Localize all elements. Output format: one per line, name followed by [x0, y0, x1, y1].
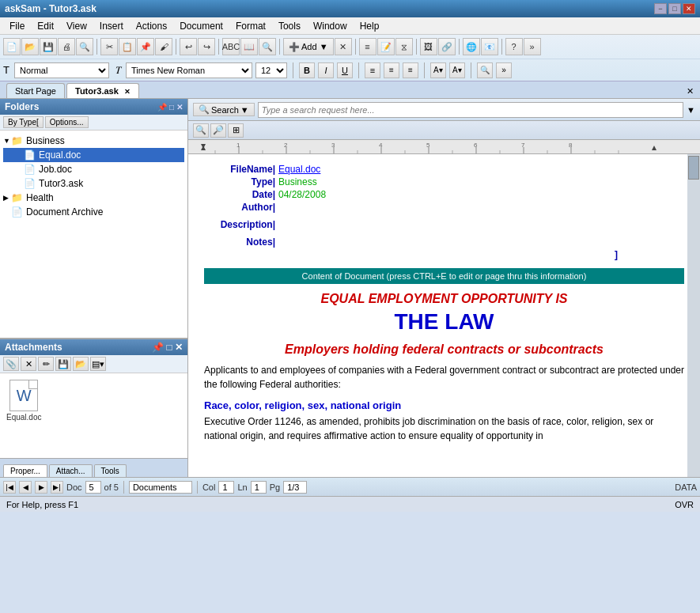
save-button[interactable]: 💾 — [40, 38, 57, 55]
search-button[interactable]: 🔍 Search ▼ — [193, 103, 255, 116]
format-painter[interactable]: 🖌 — [155, 38, 172, 55]
maximize-button[interactable]: □ — [668, 3, 681, 14]
cut-button[interactable]: ✂ — [100, 38, 118, 55]
redo-button[interactable]: ↪ — [198, 38, 215, 55]
menu-file[interactable]: File — [3, 19, 31, 33]
align-left-button[interactable]: ≡ — [365, 62, 380, 78]
template-button[interactable]: 📝 — [377, 38, 395, 55]
find-button[interactable]: 🔍 — [259, 38, 276, 55]
align-center-button[interactable]: ≡ — [384, 62, 399, 78]
attach-open-button[interactable]: 📂 — [73, 357, 89, 371]
nav-play-button[interactable]: ▶ — [35, 481, 47, 494]
search-input[interactable] — [258, 102, 683, 118]
search-next-button[interactable]: 🔎 — [210, 123, 226, 138]
link-button[interactable]: 🔗 — [438, 38, 456, 55]
folder-health[interactable]: ▶ 📁 Health — [3, 191, 184, 205]
search-layout-button[interactable]: ⊞ — [228, 123, 244, 138]
font-select[interactable]: Times New Roman — [126, 62, 252, 78]
menu-window[interactable]: Window — [307, 19, 354, 33]
tab-tools[interactable]: Tools — [94, 464, 127, 477]
font-color-button[interactable]: A▾ — [449, 62, 465, 78]
help-button[interactable]: ? — [505, 38, 523, 55]
field-button[interactable]: ≡ — [359, 38, 376, 55]
nav-prev-button[interactable]: ◀ — [19, 481, 32, 494]
folder-business[interactable]: ▼ 📁 Business — [3, 134, 184, 148]
copy-button[interactable]: 📋 — [119, 38, 136, 55]
menu-help[interactable]: Help — [354, 19, 386, 33]
paste-button[interactable]: 📌 — [137, 38, 154, 55]
menu-tools[interactable]: Tools — [272, 19, 307, 33]
col-value-field: 1 — [218, 481, 234, 494]
highlight-color-button[interactable]: A▾ — [430, 62, 446, 78]
italic-button[interactable]: I — [318, 62, 334, 78]
search-prev-button[interactable]: 🔍 — [193, 123, 209, 138]
filename-value[interactable]: Equal.doc — [278, 164, 320, 175]
attach-pin-button[interactable]: 📌 — [152, 342, 164, 353]
attach-delete-button[interactable]: ✕ — [21, 357, 36, 371]
attach-save-button[interactable]: 💾 — [55, 357, 71, 371]
image-button[interactable]: 🖼 — [420, 38, 437, 55]
email-button[interactable]: 📧 — [481, 38, 498, 55]
print-button[interactable]: 🖨 — [58, 38, 75, 55]
add-button[interactable]: ➕ Add ▼ — [283, 38, 334, 55]
tab-start-page[interactable]: Start Page — [6, 83, 65, 98]
print-preview-button[interactable]: 🔍 — [76, 38, 93, 55]
menu-insert[interactable]: Insert — [93, 19, 130, 33]
underline-button[interactable]: U — [337, 62, 353, 78]
menu-format[interactable]: Format — [229, 19, 272, 33]
menu-actions[interactable]: Actions — [130, 19, 173, 33]
minimize-button[interactable]: − — [654, 3, 667, 14]
tab-bar-close-button[interactable]: ✕ — [687, 86, 694, 96]
page-number-field[interactable]: 5 — [85, 481, 101, 494]
folders-pin-button[interactable]: 📌 — [157, 103, 167, 112]
folders-close-button[interactable]: ✕ — [176, 103, 183, 112]
nav-first-button[interactable]: |◀ — [3, 481, 16, 494]
menu-edit[interactable]: Edit — [31, 19, 60, 33]
size-select[interactable]: 12 — [255, 62, 287, 78]
attach-edit-button[interactable]: ✏ — [38, 357, 54, 371]
options-button[interactable]: Options... — [45, 116, 89, 128]
attach-view-button[interactable]: ▤▾ — [90, 357, 106, 371]
tab-attachments[interactable]: Attach... — [49, 464, 93, 477]
thesaurus[interactable]: 📖 — [240, 38, 258, 55]
tutor-ask-icon: 📄 — [24, 178, 36, 189]
folders-float-button[interactable]: □ — [169, 103, 174, 112]
expand-health-icon[interactable]: ▶ — [3, 194, 11, 202]
file-equal-doc[interactable]: 📄 Equal.doc — [3, 148, 184, 162]
nav-next-button[interactable]: ▶| — [51, 481, 63, 494]
search-dropdown-icon[interactable]: ▼ — [240, 105, 249, 115]
menu-view[interactable]: View — [60, 19, 93, 33]
expand-business-icon[interactable]: ▼ — [3, 137, 11, 145]
tab-properties[interactable]: Proper... — [3, 464, 47, 477]
more-fmt-button[interactable]: » — [496, 62, 512, 78]
attachments-toolbar: 📎 ✕ ✏ 💾 📂 ▤▾ — [0, 355, 187, 373]
scrollbar-thumb[interactable] — [688, 156, 699, 180]
spell-check[interactable]: ABC — [222, 38, 240, 55]
tab-close-icon[interactable]: ✕ — [124, 88, 131, 96]
attach-close-button[interactable]: ✕ — [175, 342, 183, 353]
search-end-dropdown[interactable]: ▼ — [687, 105, 695, 115]
new-button[interactable]: 📄 — [3, 38, 21, 55]
zoom-button[interactable]: 🔍 — [477, 62, 493, 78]
attach-float-button[interactable]: □ — [166, 342, 172, 353]
delete-button[interactable]: ✕ — [335, 38, 352, 55]
file-job-doc[interactable]: 📄 Job.doc — [3, 162, 184, 176]
open-button[interactable]: 📂 — [21, 38, 39, 55]
doc-scrollbar[interactable] — [687, 154, 700, 477]
style-select[interactable]: Normal — [14, 62, 109, 78]
filter-button[interactable]: ⧖ — [395, 38, 413, 55]
sep-fmt3 — [424, 62, 425, 78]
by-type-button[interactable]: By Type[ — [3, 116, 44, 128]
internet-button[interactable]: 🌐 — [463, 38, 480, 55]
close-button[interactable]: ✕ — [683, 3, 695, 14]
align-right-button[interactable]: ≡ — [403, 62, 418, 78]
folder-doc-archive[interactable]: 📄 Document Archive — [3, 205, 184, 219]
undo-button[interactable]: ↩ — [180, 38, 197, 55]
attach-add-button[interactable]: 📎 — [3, 357, 19, 371]
bold-button[interactable]: B — [299, 62, 315, 78]
menu-document[interactable]: Document — [173, 19, 229, 33]
tab-tutor[interactable]: Tutor3.ask ✕ — [66, 83, 139, 98]
file-tutor-ask[interactable]: 📄 Tutor3.ask — [3, 176, 184, 191]
more-button[interactable]: » — [524, 38, 541, 55]
attachment-equal-doc[interactable]: W Equal.doc — [6, 380, 41, 422]
